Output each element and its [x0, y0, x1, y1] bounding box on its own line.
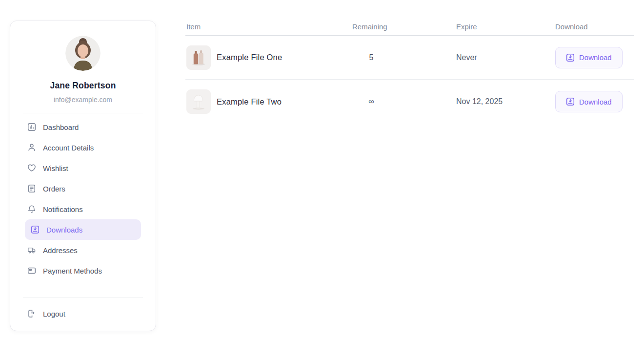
sidebar-item-wishlist[interactable]: Wishlist	[25, 158, 141, 178]
table-row: Example File Two ∞ Nov 12, 2025 Download	[185, 80, 634, 124]
download-button-label: Download	[579, 98, 612, 106]
sidebar-item-payment-methods[interactable]: Payment Methods	[25, 260, 141, 281]
product-thumbnail-bottles	[186, 45, 211, 70]
column-header-expire: Expire	[456, 22, 555, 31]
sidebar-item-label: Notifications	[43, 205, 83, 213]
sidebar-menu: Dashboard Account Details Wishlist	[25, 117, 141, 281]
dashboard-icon	[27, 123, 36, 131]
sidebar-item-notifications[interactable]: Notifications	[25, 199, 141, 219]
sidebar-item-label: Orders	[43, 185, 65, 193]
download-icon	[566, 97, 575, 106]
sidebar-item-label: Dashboard	[43, 123, 79, 131]
sidebar-item-downloads[interactable]: Downloads	[25, 219, 141, 240]
download-icon	[31, 225, 40, 234]
item-name: Example File Two	[217, 97, 282, 106]
expire-value: Never	[456, 53, 477, 62]
user-icon	[27, 143, 36, 152]
sidebar-item-dashboard[interactable]: Dashboard	[25, 117, 141, 137]
table-header-row: Item Remaining Expire Download	[185, 18, 634, 36]
sidebar-item-orders[interactable]: Orders	[25, 178, 141, 199]
product-thumbnail-lamp	[186, 89, 211, 114]
orders-icon	[27, 184, 36, 193]
column-header-remaining: Remaining	[352, 22, 456, 31]
download-icon	[566, 53, 575, 62]
remaining-value: ∞	[352, 97, 390, 106]
remaining-value: 5	[352, 53, 390, 62]
downloads-table: Item Remaining Expire Download Example F…	[185, 18, 634, 124]
logout-label: Logout	[43, 310, 65, 318]
logout-divider	[23, 297, 143, 297]
column-header-download: Download	[555, 22, 634, 31]
bell-icon	[27, 205, 36, 213]
sidebar-item-addresses[interactable]: Addresses	[25, 240, 141, 260]
table-row: Example File One 5 Never Download	[185, 36, 634, 80]
logout-icon	[27, 309, 36, 318]
avatar	[65, 36, 101, 71]
download-button[interactable]: Download	[555, 47, 623, 68]
sidebar-item-label: Downloads	[46, 226, 82, 234]
sidebar-item-label: Account Details	[43, 144, 94, 152]
account-sidebar: Jane Robertson info@example.com Dashboar…	[10, 21, 156, 331]
sidebar-item-account-details[interactable]: Account Details	[25, 137, 141, 158]
sidebar-item-label: Payment Methods	[43, 267, 102, 275]
user-name: Jane Robertson	[25, 81, 141, 91]
credit-card-icon	[27, 266, 36, 275]
heart-icon	[27, 164, 36, 172]
column-header-item: Item	[185, 22, 352, 31]
sidebar-divider	[23, 113, 143, 113]
expire-value: Nov 12, 2025	[456, 97, 503, 106]
user-email: info@example.com	[25, 96, 141, 104]
download-button-label: Download	[579, 53, 612, 62]
logout-button[interactable]: Logout	[25, 303, 141, 324]
truck-icon	[27, 246, 36, 255]
sidebar-item-label: Wishlist	[43, 164, 68, 172]
download-button[interactable]: Download	[555, 91, 623, 112]
sidebar-item-label: Addresses	[43, 246, 78, 255]
item-name: Example File One	[217, 53, 282, 62]
